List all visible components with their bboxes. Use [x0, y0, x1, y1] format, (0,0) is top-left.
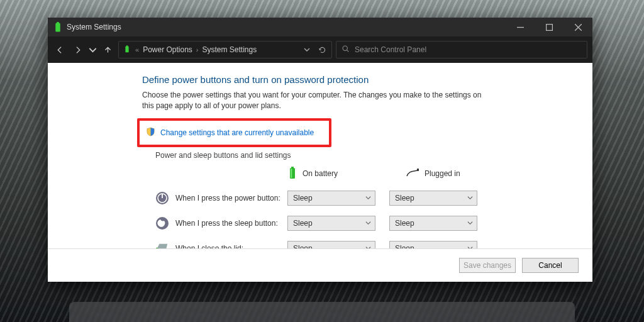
- combo-value: Sleep: [293, 194, 313, 203]
- power-button-icon: [155, 191, 169, 205]
- col-battery-label: On battery: [303, 169, 338, 178]
- save-changes-button[interactable]: Save changes: [459, 258, 516, 273]
- battery-app-icon: [52, 21, 64, 33]
- chevron-down-icon: [365, 194, 371, 203]
- power-button-plugged-select[interactable]: Sleep: [389, 191, 477, 206]
- cancel-button[interactable]: Cancel: [522, 258, 579, 273]
- svg-rect-3: [125, 46, 128, 52]
- close-lid-battery-select[interactable]: Sleep: [287, 241, 375, 248]
- chevron-down-icon: [467, 219, 473, 228]
- maximize-button[interactable]: [535, 18, 564, 36]
- nav-recent-dropdown[interactable]: [88, 41, 97, 58]
- address-bar[interactable]: « Power Options › System Settings: [118, 41, 332, 58]
- page-heading: Define power buttons and turn on passwor…: [142, 74, 576, 85]
- nav-back-button[interactable]: [53, 41, 67, 58]
- chevron-right-icon: ›: [196, 46, 199, 53]
- shield-icon: [146, 127, 155, 138]
- minimize-button[interactable]: [506, 18, 535, 36]
- power-button-battery-select[interactable]: Sleep: [287, 191, 375, 206]
- combo-value: Sleep: [395, 219, 414, 228]
- breadcrumb-prefix: «: [135, 46, 139, 53]
- window-title: System Settings: [67, 23, 121, 31]
- power-settings-table: On battery Plugged in When I press the p…: [155, 166, 576, 248]
- macos-dock: [69, 302, 575, 322]
- chevron-down-icon: [365, 219, 371, 228]
- sleep-button-plugged-select[interactable]: Sleep: [389, 216, 477, 231]
- nav-up-button[interactable]: [101, 41, 114, 58]
- col-on-battery: On battery: [287, 166, 375, 182]
- breadcrumb-system-settings[interactable]: System Settings: [203, 45, 257, 54]
- navbar: « Power Options › System Settings: [48, 36, 592, 63]
- combo-value: Sleep: [293, 219, 313, 228]
- combo-value: Sleep: [395, 194, 414, 203]
- sleep-button-battery-select[interactable]: Sleep: [287, 216, 375, 231]
- close-button[interactable]: [564, 18, 592, 36]
- search-input[interactable]: [355, 45, 582, 54]
- svg-rect-2: [546, 24, 552, 30]
- content-area: Define power buttons and turn on passwor…: [48, 63, 592, 248]
- page-description: Choose the power settings that you want …: [142, 90, 494, 112]
- row-label: When I close the lid:: [175, 244, 287, 248]
- footer: Save changes Cancel: [48, 248, 592, 282]
- search-box[interactable]: [336, 41, 587, 58]
- combo-value: Sleep: [293, 244, 313, 248]
- change-settings-link[interactable]: Change settings that are currently unava…: [160, 128, 314, 137]
- combo-value: Sleep: [395, 244, 414, 248]
- row-close-lid: When I close the lid: Sleep Sleep: [155, 241, 576, 248]
- laptop-lid-icon: [155, 242, 169, 248]
- row-power-button: When I press the power button: Sleep Sle…: [155, 191, 576, 206]
- sleep-button-icon: [155, 216, 169, 230]
- nav-forward-button[interactable]: [70, 41, 84, 58]
- row-label: When I press the power button:: [175, 194, 287, 203]
- col-plugged-in: Plugged in: [406, 169, 494, 179]
- chevron-down-icon: [365, 244, 371, 248]
- breadcrumb-power-options[interactable]: Power Options: [143, 45, 192, 54]
- svg-rect-0: [55, 23, 60, 32]
- svg-rect-7: [291, 167, 294, 169]
- chevron-down-icon: [467, 244, 473, 248]
- close-lid-plugged-select[interactable]: Sleep: [389, 241, 477, 248]
- col-plugged-label: Plugged in: [425, 169, 460, 178]
- svg-rect-1: [57, 22, 59, 24]
- svg-point-5: [343, 46, 347, 50]
- battery-icon: [287, 166, 297, 182]
- plug-icon: [406, 169, 419, 179]
- row-sleep-button: When I press the sleep button: Sleep Sle…: [155, 216, 576, 231]
- row-label: When I press the sleep button:: [175, 219, 287, 228]
- highlight-callout: Change settings that are currently unava…: [137, 118, 331, 147]
- chevron-down-icon: [467, 194, 473, 203]
- svg-rect-8: [291, 169, 292, 178]
- system-settings-window: System Settings « Power Options › System…: [48, 18, 592, 282]
- svg-rect-4: [126, 45, 128, 47]
- section-heading: Power and sleep buttons and lid settings: [155, 151, 576, 160]
- battery-app-icon: [123, 45, 131, 55]
- refresh-button[interactable]: [316, 46, 328, 54]
- titlebar: System Settings: [48, 18, 592, 36]
- svg-rect-9: [417, 169, 419, 171]
- search-icon: [341, 45, 350, 55]
- address-dropdown[interactable]: [301, 47, 313, 53]
